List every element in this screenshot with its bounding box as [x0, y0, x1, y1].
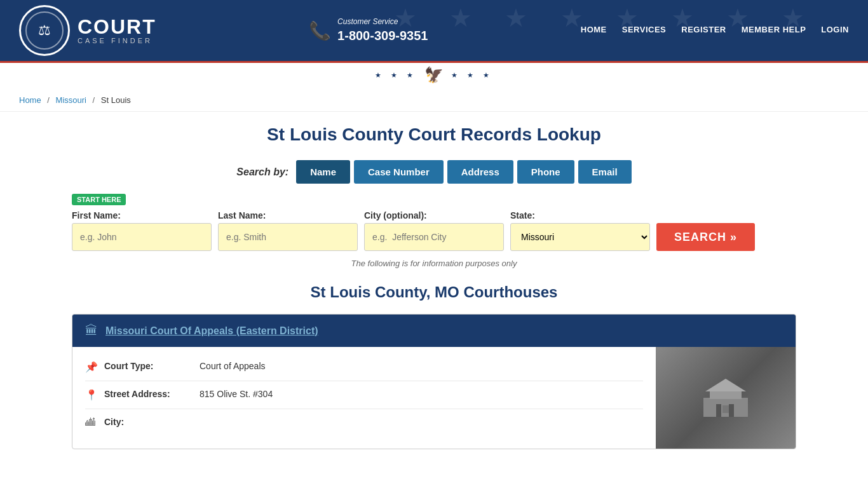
main-content: St Louis County Court Records Lookup Sea…: [53, 112, 815, 475]
city-field-group: City (optional):: [364, 210, 504, 251]
svg-rect-1: [710, 391, 742, 399]
svg-rect-3: [716, 404, 721, 417]
info-note: The following is for information purpose…: [72, 259, 796, 268]
logo-badge: ⚖: [19, 5, 70, 56]
info-row-court-type: 📌 Court Type: Court of Appeals: [85, 353, 643, 381]
last-name-label: Last Name:: [218, 210, 358, 220]
scales-icon: ⚖: [38, 22, 51, 39]
city-input[interactable]: [364, 223, 504, 251]
eagle-strip: ★ ★ ★ 🦅 ★ ★ ★: [0, 61, 868, 89]
courthouse-body: 📌 Court Type: Court of Appeals 📍 Street …: [72, 347, 796, 449]
logo-court-label: COURT: [78, 17, 156, 37]
state-field-group: State: Missouri: [510, 210, 650, 251]
courthouse-image: [656, 347, 796, 449]
main-nav: HOME SERVICES REGISTER MEMBER HELP LOGIN: [581, 25, 849, 37]
first-name-field-group: First Name:: [72, 210, 212, 251]
court-type-icon: 📌: [85, 361, 98, 373]
address-val: 815 Olive St. #304: [200, 389, 273, 399]
phone-icon: 📞: [309, 20, 331, 41]
site-header: ⚖ COURT CASE FINDER 📞 Customer Service 1…: [0, 0, 868, 89]
cs-number: 1-800-309-9351: [337, 27, 428, 44]
city-key: City:: [104, 417, 193, 427]
logo-sub-label: CASE FINDER: [78, 37, 156, 44]
courthouse-header: 🏛 Missouri Court Of Appeals (Eastern Dis…: [72, 315, 796, 347]
search-by-row: Search by: Name Case Number Address Phon…: [72, 160, 796, 184]
city-icon: 🏙: [85, 417, 98, 428]
info-row-address: 📍 Street Address: 815 Olive St. #304: [85, 381, 643, 409]
address-key: Street Address:: [104, 389, 193, 399]
first-name-label: First Name:: [72, 210, 212, 220]
nav-member-help[interactable]: MEMBER HELP: [742, 25, 806, 37]
address-icon: 📍: [85, 389, 98, 401]
nav-services[interactable]: SERVICES: [622, 25, 667, 37]
info-row-city: 🏙 City:: [85, 409, 643, 436]
last-name-field-group: Last Name:: [218, 210, 358, 251]
eagle-icon: 🦅: [424, 66, 444, 84]
last-name-input[interactable]: [218, 223, 358, 251]
state-select[interactable]: Missouri: [510, 223, 650, 251]
breadcrumb-state[interactable]: Missouri: [56, 95, 86, 105]
search-by-label: Search by:: [236, 166, 288, 178]
cs-label: Customer Service: [337, 17, 428, 27]
page-title: St Louis County Court Records Lookup: [72, 125, 796, 145]
breadcrumb-home[interactable]: Home: [19, 95, 41, 105]
tab-email[interactable]: Email: [578, 160, 632, 184]
logo-text: COURT CASE FINDER: [78, 17, 156, 44]
nav-home[interactable]: HOME: [581, 25, 607, 37]
courthouse-img-placeholder: [656, 347, 796, 449]
court-type-key: Court Type:: [104, 361, 193, 371]
city-label: City (optional):: [364, 210, 504, 220]
breadcrumb-sep-1: /: [47, 95, 50, 105]
breadcrumb-city: St Louis: [101, 95, 131, 105]
svg-rect-5: [722, 405, 729, 413]
courthouse-name-link[interactable]: Missouri Court Of Appeals (Eastern Distr…: [105, 325, 318, 337]
svg-marker-2: [705, 379, 746, 391]
courthouses-title: St Louis County, MO Courthouses: [72, 283, 796, 301]
tab-address[interactable]: Address: [447, 160, 513, 184]
eagle-stars-right: ★ ★ ★: [451, 71, 493, 79]
tab-phone[interactable]: Phone: [517, 160, 574, 184]
court-type-val: Court of Appeals: [200, 361, 266, 371]
state-label: State:: [510, 210, 650, 220]
courthouse-info: 📌 Court Type: Court of Appeals 📍 Street …: [72, 347, 656, 449]
tab-case-number[interactable]: Case Number: [354, 160, 444, 184]
breadcrumb-sep-2: /: [93, 95, 95, 105]
logo-area: ⚖ COURT CASE FINDER: [19, 5, 156, 56]
nav-register[interactable]: REGISTER: [681, 25, 726, 37]
breadcrumb: Home / Missouri / St Louis: [0, 89, 868, 112]
first-name-input[interactable]: [72, 223, 212, 251]
nav-login[interactable]: LOGIN: [821, 25, 849, 37]
start-here-badge: START HERE: [72, 194, 126, 205]
search-form: First Name: Last Name: City (optional): …: [72, 210, 796, 251]
eagle-stars-left: ★ ★ ★: [375, 71, 417, 79]
tab-name[interactable]: Name: [296, 160, 350, 184]
customer-service: 📞 Customer Service 1-800-309-9351: [309, 17, 428, 44]
courthouse-card: 🏛 Missouri Court Of Appeals (Eastern Dis…: [72, 314, 796, 449]
svg-rect-4: [729, 404, 734, 417]
search-button[interactable]: SEARCH »: [656, 223, 755, 251]
courthouse-icon: 🏛: [85, 323, 98, 338]
